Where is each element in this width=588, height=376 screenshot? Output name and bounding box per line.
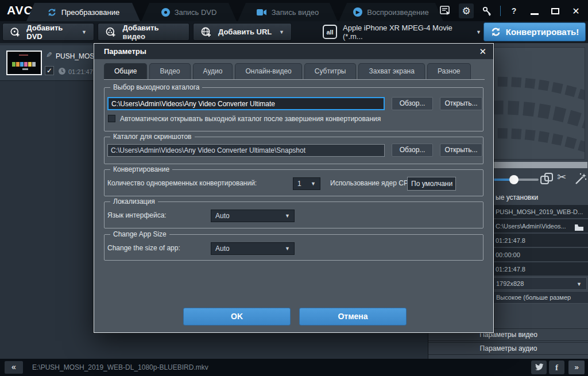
output-browse-button[interactable]: Обзор...: [392, 97, 433, 110]
conversion-legend: Конвертирование: [110, 165, 172, 173]
task-list-button[interactable]: [438, 3, 453, 18]
snapshot-icon[interactable]: [539, 172, 554, 187]
play-icon: ▶: [353, 7, 362, 17]
source-file-path: E:\PUSH_MOSH_2019_WEB-DL_1080p-BLUEBIRD.…: [32, 363, 208, 371]
close-window-button[interactable]: ✕: [568, 3, 583, 18]
app-size-group: Change App Size Change the size of app: …: [104, 234, 483, 261]
interface-language-select[interactable]: Auto ▼: [211, 210, 295, 222]
add-video-button[interactable]: Добавить видео: [98, 23, 189, 41]
chevron-down-icon: ▼: [476, 29, 481, 35]
conversion-count-select[interactable]: 1 ▼: [293, 177, 320, 190]
collapse-left-button[interactable]: «: [5, 361, 23, 374]
camera-icon: [257, 9, 267, 16]
tab-record-video[interactable]: Запись видео: [238, 3, 338, 21]
tab-conversion[interactable]: Преобразование: [26, 3, 140, 21]
gear-icon: ⚙: [462, 5, 470, 17]
thumbnail-art: [19, 55, 28, 56]
window-controls: ⚙ ? ✕: [438, 3, 583, 19]
app-size-legend: Change App Size: [110, 230, 169, 238]
dialog-tab-audio[interactable]: Аудио: [193, 63, 233, 79]
chevron-down-icon: ▼: [577, 278, 582, 290]
dialog-tab-general[interactable]: Общие: [104, 63, 147, 79]
audio-params-header[interactable]: Параметры аудио: [428, 342, 588, 355]
disc-icon: [161, 8, 170, 17]
tab-playback[interactable]: ▶ Воспроизведение: [339, 3, 443, 21]
snapshot-folder-group: Каталог для скриншотов Обзор... Открыть.…: [104, 137, 483, 164]
tab-burn-dvd[interactable]: Запись DVD: [141, 3, 237, 21]
output-format-select[interactable]: all Apple iPhone XR MPEG-4 Movie (*.m...…: [323, 23, 481, 41]
dialog-tab-video[interactable]: Видео: [149, 63, 190, 79]
settings-button[interactable]: ⚙: [459, 3, 474, 18]
thumbnail-tiles: [12, 62, 36, 67]
auto-open-checkbox[interactable]: [108, 115, 115, 122]
file-checkbox[interactable]: ✓: [45, 66, 54, 75]
dialog-tab-subtitles[interactable]: Субтитры: [304, 63, 357, 79]
trim-scissors-icon[interactable]: ✂: [557, 170, 566, 184]
quality-value: Высокое (больше размер: [496, 294, 571, 301]
dialog-tab-screen-capture[interactable]: Захват экрана: [358, 63, 424, 79]
register-button[interactable]: [479, 3, 494, 18]
localization-legend: Локализация: [110, 197, 158, 206]
facebook-button[interactable]: f: [549, 361, 564, 374]
output-folder-group: Выбор выходного каталога Обзор... Открыт…: [104, 87, 483, 131]
twitter-icon: [535, 363, 544, 371]
add-dvd-button[interactable]: Добавить DVD ▼: [2, 23, 94, 41]
ok-button[interactable]: OK: [183, 308, 291, 325]
options-dialog: Параметры ✕ Общие Видео Аудио Онлайн-вид…: [94, 43, 494, 333]
tab-burn-dvd-label: Запись DVD: [175, 8, 217, 17]
tab-playback-label: Воспроизведение: [367, 8, 428, 17]
dialog-title-bar: Параметры: [94, 44, 493, 59]
maximize-button[interactable]: [548, 3, 563, 18]
output-folder-input[interactable]: [107, 97, 385, 110]
auto-open-label: Автоматически открывать выходной каталог…: [120, 115, 381, 123]
cpu-cores-select[interactable]: По умолчани: [407, 177, 456, 191]
localization-group: Локализация Язык интерфейса: Auto ▼: [104, 201, 483, 228]
output-folder-legend: Выбор выходного каталога: [110, 83, 202, 91]
snapshot-open-button[interactable]: Открыть...: [440, 144, 482, 157]
app-size-label: Change the size of app:: [107, 244, 180, 252]
conversion-count-value: 1: [297, 180, 301, 188]
interface-language-label: Язык интерфейса:: [107, 211, 167, 219]
dialog-close-button[interactable]: ✕: [479, 46, 486, 57]
effects-wand-icon[interactable]: [573, 172, 588, 187]
cpu-cores-label: Использование ядер CPU: [330, 179, 413, 187]
globe-plus-icon: [200, 26, 213, 38]
resolution-value: 1792x828: [496, 280, 524, 287]
video-thumbnail[interactable]: [6, 51, 42, 75]
add-url-button[interactable]: Добавить URL ▼: [193, 23, 292, 41]
task-list-icon: [440, 6, 451, 16]
chevron-down-icon: ▼: [311, 178, 316, 189]
rename-pencil-icon[interactable]: ✎: [46, 51, 52, 59]
dialog-tab-bar: Общие Видео Аудио Онлайн-видео Субтитры …: [104, 63, 485, 80]
add-dvd-label: Добавить DVD: [26, 24, 76, 41]
volume-slider-knob[interactable]: [509, 175, 519, 184]
minimize-button[interactable]: [527, 3, 542, 18]
convert-button[interactable]: Конвертировать!: [483, 22, 586, 41]
conversion-group: Конвертирование Количество одновременных…: [104, 169, 483, 196]
snapshot-folder-legend: Каталог для скриншотов: [110, 133, 195, 141]
interface-language-value: Auto: [215, 212, 230, 220]
close-icon: ✕: [572, 6, 579, 17]
tab-conversion-label: Преобразование: [61, 8, 120, 17]
status-bar: « E:\PUSH_MOSH_2019_WEB-DL_1080p-BLUEBIR…: [0, 359, 588, 376]
refresh-icon: [47, 7, 57, 17]
snapshot-folder-input[interactable]: [107, 144, 385, 157]
chevron-down-icon: ▼: [285, 243, 290, 254]
output-open-button[interactable]: Открыть...: [440, 97, 482, 110]
chevron-down-icon[interactable]: ▼: [279, 29, 284, 35]
tab-record-video-label: Запись видео: [272, 8, 319, 17]
disc-plus-icon: [10, 26, 21, 38]
help-button[interactable]: ?: [506, 3, 521, 18]
chevron-down-icon[interactable]: ▼: [82, 29, 87, 35]
divider: [500, 6, 501, 16]
expand-right-button[interactable]: »: [568, 361, 585, 374]
chevron-down-icon: ▼: [285, 210, 290, 222]
app-size-select[interactable]: Auto ▼: [211, 242, 295, 255]
snapshot-browse-button[interactable]: Обзор...: [392, 144, 433, 157]
cancel-button[interactable]: Отмена: [299, 308, 407, 325]
dialog-tab-online-video[interactable]: Онлайн-видео: [235, 63, 301, 79]
help-icon: ?: [512, 6, 517, 15]
dialog-tab-misc[interactable]: Разное: [427, 63, 471, 79]
twitter-button[interactable]: [531, 361, 547, 374]
property-output-path-value: C:\Users\Admin\Videos...: [496, 223, 566, 230]
